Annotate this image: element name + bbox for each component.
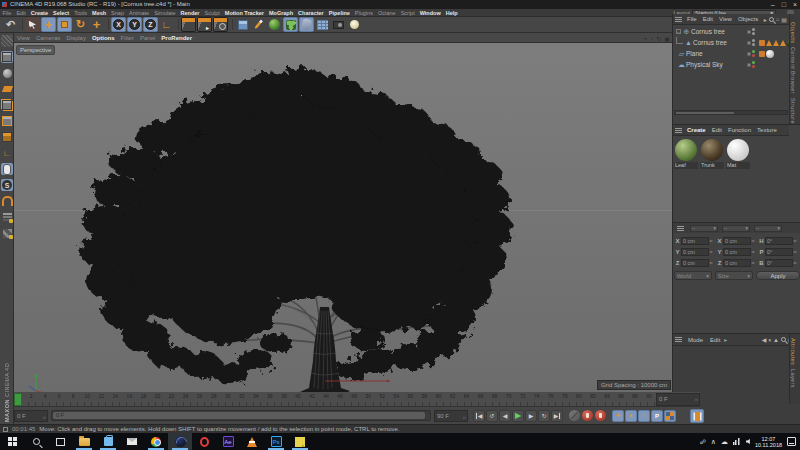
viewport-menu-item[interactable]: Panel (137, 35, 158, 41)
size-x-field[interactable]: 0 cm (723, 237, 751, 245)
key-scale-toggle[interactable]: ▪ (625, 410, 637, 422)
loop-playback-button[interactable]: ↻ (538, 410, 550, 422)
play-forwards-button[interactable]: ▶ (512, 410, 524, 422)
object-row-physical-sky[interactable]: ☁ Physical Sky (673, 59, 789, 70)
dock-tab[interactable]: Objects (790, 22, 796, 43)
filter-icon[interactable]: ▤ (781, 16, 787, 23)
menu-item[interactable]: Help (443, 10, 460, 16)
tree-model[interactable] (14, 43, 672, 392)
panel-menu-icon[interactable] (675, 337, 682, 342)
objects-menu-item[interactable]: File (684, 16, 700, 22)
goto-start-button[interactable]: ◀ (473, 410, 485, 422)
visibility-dots[interactable] (752, 28, 755, 35)
model-mode-icon[interactable] (1, 51, 13, 63)
viewport-menu-item[interactable]: Display (63, 35, 89, 41)
autokey-icon[interactable] (595, 410, 606, 421)
viewport-menu-item[interactable]: Filter (118, 35, 137, 41)
rotation-p-field[interactable]: 0° (765, 248, 793, 256)
menu-item[interactable]: Script (398, 10, 417, 16)
subdivision-surface-icon[interactable] (267, 17, 282, 32)
phong-tag[interactable] (759, 51, 765, 57)
taskbar-clock[interactable]: 12:0710.11.2018 (755, 436, 782, 448)
menu-item[interactable]: Render (178, 10, 202, 16)
store-icon[interactable] (96, 433, 120, 450)
texture-mode-icon[interactable] (1, 67, 13, 79)
menu-item[interactable]: Animate (126, 10, 151, 16)
search-icon[interactable] (769, 17, 774, 22)
camera-icon[interactable] (331, 17, 346, 32)
next-frame-button[interactable]: ▶ (525, 410, 537, 422)
viewport-zoom-icon[interactable]: ↓ (650, 35, 653, 41)
panel-menu-icon[interactable] (675, 128, 682, 133)
key-parameter-toggle[interactable] (651, 410, 663, 422)
menu-item[interactable]: Motion Tracker (222, 10, 266, 16)
menu-item[interactable]: MoGraph (266, 10, 295, 16)
materials-menu-item[interactable]: Texture (754, 127, 780, 133)
panel-menu-icon[interactable] (675, 17, 682, 22)
workplane-lock-icon[interactable] (1, 211, 13, 223)
selection-tag[interactable] (780, 40, 786, 46)
goto-end-button[interactable]: ▶ (551, 410, 563, 422)
object-row-cornus-child[interactable]: ▲ Cornus tree (673, 37, 789, 48)
display-tag[interactable] (759, 40, 765, 46)
render-picture-viewer-icon[interactable] (197, 17, 212, 32)
close-button[interactable]: × (793, 0, 797, 9)
tray-chevron-icon[interactable]: ∧ (711, 438, 716, 446)
menu-item[interactable]: Character (296, 10, 327, 16)
viewport-menu-item[interactable]: View (14, 35, 33, 41)
menu-item[interactable]: File (0, 10, 14, 16)
visibility-dots[interactable] (752, 61, 755, 68)
material-sphere-mat[interactable] (727, 139, 749, 161)
coord-dropdown[interactable]: –▾ (690, 225, 718, 232)
selection-tag[interactable] (766, 40, 772, 46)
menu-item[interactable]: Edit (14, 10, 28, 16)
position-y-field[interactable]: 0 cm (681, 248, 709, 256)
material-sphere-trunk[interactable] (701, 139, 723, 161)
render-settings-icon[interactable] (213, 17, 228, 32)
material-tag-mat[interactable] (766, 50, 774, 58)
x-axis-lock-icon[interactable]: X (111, 17, 126, 32)
scale-tool-icon[interactable] (57, 17, 72, 32)
viewport-pan-icon[interactable]: + (644, 35, 648, 41)
timeline-playhead[interactable] (14, 393, 22, 406)
viewport-toggle-icon[interactable]: ▣ (664, 35, 670, 42)
size-z-field[interactable]: 0 cm (723, 259, 751, 267)
environment-icon[interactable] (315, 17, 330, 32)
menu-item[interactable]: Pipeline (326, 10, 352, 16)
timeline-window-icon[interactable] (690, 409, 704, 423)
coordinate-system-icon[interactable]: ∟ (159, 17, 174, 32)
current-frame-field[interactable]: 0 F (14, 410, 48, 422)
expander-icon[interactable]: − (676, 29, 681, 34)
timeline-range-slider[interactable]: 0 F (51, 410, 431, 421)
range-end-field[interactable]: 90 F (434, 410, 468, 422)
menu-item[interactable]: Plugins (352, 10, 375, 16)
last-tool-icon[interactable]: + (89, 17, 104, 32)
layer-square[interactable] (747, 52, 751, 56)
live-selection-icon[interactable] (25, 17, 40, 32)
edges-mode-icon[interactable] (1, 115, 13, 127)
move-tool-icon[interactable]: + (41, 17, 56, 32)
materials-menu-item[interactable]: Edit (709, 127, 725, 133)
key-position-toggle[interactable]: + (612, 410, 624, 422)
menu-item[interactable]: Simulate (152, 10, 178, 16)
light-icon[interactable] (347, 17, 362, 32)
menu-item[interactable]: Sculpt (202, 10, 222, 16)
coord-space-select[interactable]: World▾ (674, 271, 712, 280)
record-keyframe-icon[interactable] (582, 410, 593, 421)
material-mat[interactable]: Mat (726, 139, 750, 169)
objects-menu-item[interactable]: View (716, 16, 735, 22)
position-x-field[interactable]: 0 cm (681, 237, 709, 245)
previous-frame-button[interactable]: ◀ (499, 410, 511, 422)
materials-menu-item[interactable]: Function (725, 127, 754, 133)
apply-button[interactable]: Apply (756, 271, 800, 280)
network-icon[interactable] (733, 438, 741, 445)
frame-offset-field[interactable]: 0 F (656, 393, 700, 406)
panel-menu-icon[interactable] (677, 226, 684, 231)
cinema4d-taskbar-icon[interactable] (168, 433, 192, 450)
taskbar-search-icon[interactable] (24, 433, 48, 450)
camera-label[interactable]: Perspective (16, 45, 55, 55)
chrome-icon[interactable] (144, 433, 168, 450)
render-view-icon[interactable] (181, 17, 196, 32)
back-icon[interactable]: ◀ (762, 336, 767, 343)
home-icon[interactable]: ⌂ (776, 16, 780, 22)
